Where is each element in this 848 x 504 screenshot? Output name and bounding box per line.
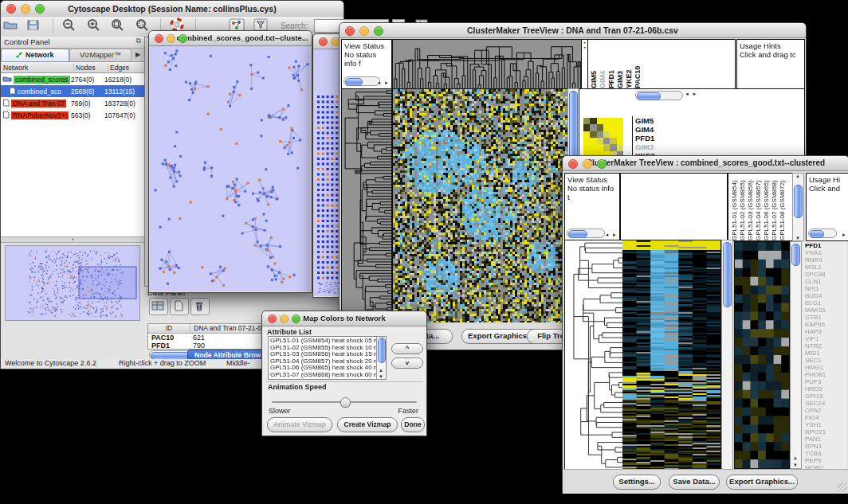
tv2-column-dendrogram-area[interactable] <box>620 173 728 241</box>
table-grid-icon[interactable] <box>149 298 168 315</box>
attribute-list-item[interactable]: GPL51-06 (GSM865) heat shock 40 min <box>270 365 384 372</box>
gene-label[interactable]: GIM4 <box>635 125 683 134</box>
gene-label[interactable]: PUF3 <box>805 378 847 385</box>
slider-thumb[interactable] <box>340 397 351 408</box>
attribute-list-item[interactable]: GPL51-03 (GSM856) heat shock 15 min <box>270 351 384 358</box>
zoom-button[interactable] <box>292 315 300 323</box>
trash-icon[interactable] <box>190 298 210 315</box>
scroll-arrows-icon[interactable]: ► <box>842 232 847 237</box>
minimize-button[interactable] <box>583 159 592 169</box>
gene-label[interactable]: CPA2 <box>805 407 847 414</box>
attribute-list-item[interactable]: GPL51-01 (GSM854) heat shock 05 min <box>270 338 384 345</box>
gene-label[interactable]: ELG1 <box>805 299 847 307</box>
tv1-heatmap[interactable] <box>392 88 568 324</box>
tv1-cluster-matrix[interactable] <box>583 118 623 158</box>
tab-vizmapper[interactable]: VizMapper™ <box>69 49 132 61</box>
zoom-in-icon[interactable] <box>85 18 104 33</box>
gene-label[interactable]: KAP95 <box>805 321 847 328</box>
gene-label[interactable]: GIM3 <box>635 143 683 151</box>
gene-label[interactable]: PFD1 <box>805 242 847 249</box>
gene-label[interactable]: NTR2 <box>805 342 847 350</box>
minimize-button[interactable] <box>21 4 30 14</box>
tv2-labels-vscrollbar[interactable]: ▲ ▼ <box>792 173 804 241</box>
gene-label[interactable]: HMG1 <box>805 364 847 371</box>
tv2-hints-hscrollbar[interactable] <box>808 229 837 238</box>
zoom-button[interactable] <box>374 26 383 36</box>
gene-label[interactable]: RPN1 <box>805 443 847 450</box>
treeview2-titlebar[interactable]: ClusterMaker TreeView : combined_scores_… <box>563 156 848 171</box>
tv2-heatmap[interactable] <box>622 240 721 471</box>
gene-label[interactable]: TCB3 <box>805 450 847 457</box>
close-button[interactable] <box>155 34 163 43</box>
create-vizmap-button[interactable]: Create Vizmap <box>337 417 398 432</box>
new-document-icon[interactable] <box>170 298 189 315</box>
gene-label[interactable]: NIS1 <box>805 285 847 292</box>
gene-label[interactable]: YRA1 <box>805 249 847 256</box>
minimize-button[interactable] <box>280 315 289 323</box>
attribute-list-item[interactable]: GPL51-02 (GSM855) heat shock 10 min <box>270 345 384 352</box>
network-overview-canvas[interactable] <box>5 245 140 321</box>
gene-label[interactable]: MSL1 <box>805 264 847 271</box>
close-button[interactable] <box>319 37 328 46</box>
settings-button[interactable]: Settings... <box>613 475 661 490</box>
gene-label[interactable]: VIP1 <box>805 335 847 342</box>
move-up-button[interactable]: ^ <box>391 343 423 354</box>
open-folder-icon[interactable] <box>2 18 21 33</box>
gene-label[interactable]: HAP3 <box>805 328 847 335</box>
gene-label[interactable]: PAN1 <box>805 436 847 443</box>
gene-label[interactable]: PEP5 <box>805 457 847 464</box>
zoom-button[interactable] <box>597 159 607 169</box>
tv2-vscrollbar[interactable] <box>721 240 733 471</box>
network-list-row[interactable]: RNAPuberNov2+!563(0)107847(0) <box>1 109 144 121</box>
tv1-mini-hscrollbar[interactable] <box>635 91 683 100</box>
minimize-button[interactable] <box>167 34 175 43</box>
gene-label[interactable]: SEC24 <box>805 400 847 407</box>
tv2-row-dendrogram[interactable] <box>564 240 624 471</box>
close-button[interactable] <box>268 315 277 323</box>
zoom-out-icon[interactable] <box>61 18 80 33</box>
tv1-column-dendrogram[interactable] <box>392 39 583 89</box>
tv2-zoom-heatmap[interactable] <box>734 241 790 469</box>
minimize-button[interactable] <box>359 26 369 36</box>
gene-label[interactable]: GIM5 <box>635 116 683 125</box>
scroll-arrows-icon[interactable]: ◄ ► <box>376 80 390 85</box>
save-data-button[interactable]: Save Data... <box>669 475 720 490</box>
gene-label[interactable]: RPO21 <box>805 428 847 436</box>
animate-vizmap-button[interactable]: Animate Vizmap <box>267 417 332 432</box>
network-list-row[interactable]: combined_sco2569(6)13112(15) <box>1 85 144 97</box>
close-button[interactable] <box>568 159 578 169</box>
gene-label[interactable]: HRD3 <box>805 385 847 393</box>
dialog-titlebar[interactable]: Map Colors to Network <box>262 311 426 326</box>
zoom-button[interactable] <box>35 4 45 14</box>
gene-label[interactable]: BUD4 <box>805 292 847 299</box>
gene-label[interactable]: PFD1 <box>635 134 683 143</box>
attribute-list-item[interactable]: GPL51-04 (GSM857) heat shock 20 min <box>270 358 384 365</box>
gene-label[interactable]: MAK31 <box>805 307 847 314</box>
done-button[interactable]: Done <box>401 417 425 432</box>
gene-label[interactable]: RNR4 <box>805 256 847 264</box>
animation-speed-slider[interactable] <box>272 397 417 407</box>
zoom-button[interactable] <box>179 34 187 43</box>
zoom-fit-icon[interactable] <box>109 18 128 33</box>
attribute-list-vscrollbar[interactable]: ▲ ▼ <box>376 337 386 379</box>
tv1-row-dendrogram[interactable] <box>341 88 392 324</box>
gene-label[interactable]: GTB1 <box>805 314 847 321</box>
gene-label[interactable]: YSH1 <box>805 421 847 428</box>
attribute-list-item[interactable]: GPL51-07 (GSM868) heat shock 60 min <box>270 372 384 379</box>
export-graphics-button[interactable]: Export Graphics... <box>726 475 798 490</box>
gene-label[interactable]: SPC98 <box>805 271 847 278</box>
resize-grip[interactable] <box>838 483 847 492</box>
gene-label[interactable]: FIG4 <box>805 414 847 421</box>
gene-label[interactable]: MSI1 <box>805 350 847 357</box>
treeview1-titlebar[interactable]: ClusterMaker TreeView : DNA and Tran 07-… <box>340 23 806 38</box>
tv2-zoom-vscrollbar[interactable]: ▲ ▼ <box>790 241 802 469</box>
tab-overflow-arrow[interactable]: ▶ <box>132 49 144 61</box>
float-panel-icon[interactable]: ⧉ <box>136 37 141 45</box>
tv1-status-hscrollbar[interactable] <box>344 76 380 86</box>
main-titlebar[interactable]: Cytoscape Desktop (Session Name: collins… <box>1 1 344 18</box>
tab-network[interactable]: Network <box>1 49 69 61</box>
close-button[interactable] <box>345 26 355 36</box>
gene-label[interactable]: CLN1 <box>805 278 847 285</box>
close-button[interactable] <box>6 4 16 14</box>
scroll-arrows-icon[interactable]: ◄ ► <box>604 232 618 237</box>
